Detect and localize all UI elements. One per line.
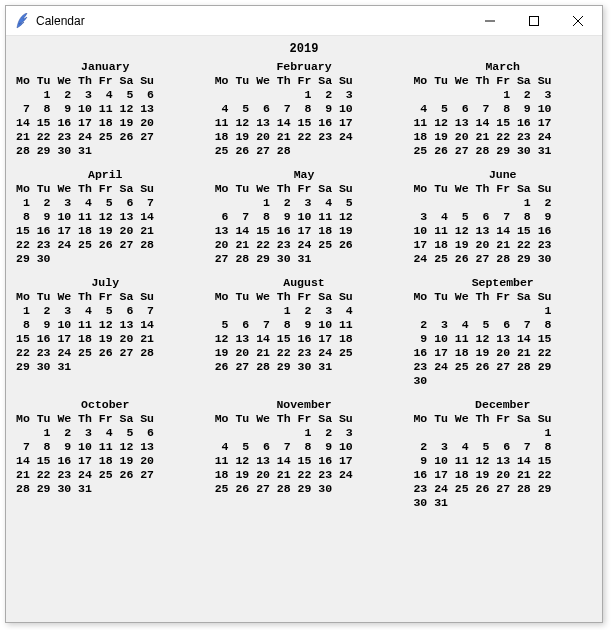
week-row: 14 15 16 17 18 19 20 xyxy=(16,454,195,468)
week-row: 16 17 18 19 20 21 22 xyxy=(413,468,592,482)
week-row: 15 16 17 18 19 20 21 xyxy=(16,224,195,238)
week-row: 9 10 11 12 13 14 15 xyxy=(413,454,592,468)
week-row: 22 23 24 25 26 27 28 xyxy=(16,238,195,252)
month-october: OctoberMo Tu We Th Fr Sa Su 1 2 3 4 5 6 … xyxy=(16,398,195,510)
week-row: 7 8 9 10 11 12 13 xyxy=(16,102,195,116)
week-row: 17 18 19 20 21 22 23 xyxy=(413,238,592,252)
month-december: DecemberMo Tu We Th Fr Sa Su 1 2 3 4 5 6… xyxy=(413,398,592,510)
month-january: JanuaryMo Tu We Th Fr Sa Su 1 2 3 4 5 6 … xyxy=(16,60,195,158)
week-row: 14 15 16 17 18 19 20 xyxy=(16,116,195,130)
month-april: AprilMo Tu We Th Fr Sa Su 1 2 3 4 5 6 7 … xyxy=(16,168,195,266)
month-name: March xyxy=(413,60,592,74)
day-header: Mo Tu We Th Fr Sa Su xyxy=(215,74,394,88)
close-button[interactable] xyxy=(556,7,600,35)
month-march: MarchMo Tu We Th Fr Sa Su 1 2 3 4 5 6 7 … xyxy=(413,60,592,158)
day-header: Mo Tu We Th Fr Sa Su xyxy=(413,412,592,426)
month-name: May xyxy=(215,168,394,182)
week-row: 21 22 23 24 25 26 27 xyxy=(16,130,195,144)
week-row: 21 22 23 24 25 26 27 xyxy=(16,468,195,482)
week-row: 12 13 14 15 16 17 18 xyxy=(215,332,394,346)
week-row: 25 26 27 28 29 30 xyxy=(215,482,394,496)
week-row: 22 23 24 25 26 27 28 xyxy=(16,346,195,360)
week-row: 18 19 20 21 22 23 24 xyxy=(215,130,394,144)
week-row: 29 30 31 xyxy=(16,360,195,374)
month-september: SeptemberMo Tu We Th Fr Sa Su 1 2 3 4 5 … xyxy=(413,276,592,388)
month-name: December xyxy=(413,398,592,412)
day-header: Mo Tu We Th Fr Sa Su xyxy=(413,182,592,196)
maximize-button[interactable] xyxy=(512,7,556,35)
month-name: February xyxy=(215,60,394,74)
month-november: NovemberMo Tu We Th Fr Sa Su 1 2 3 4 5 6… xyxy=(215,398,394,510)
month-june: JuneMo Tu We Th Fr Sa Su 1 2 3 4 5 6 7 8… xyxy=(413,168,592,266)
week-row: 1 2 3 4 5 6 7 xyxy=(16,304,195,318)
month-february: FebruaryMo Tu We Th Fr Sa Su 1 2 3 4 5 6… xyxy=(215,60,394,158)
month-name: October xyxy=(16,398,195,412)
calendar-grid: JanuaryMo Tu We Th Fr Sa Su 1 2 3 4 5 6 … xyxy=(16,60,592,510)
week-row: 25 26 27 28 xyxy=(215,144,394,158)
day-header: Mo Tu We Th Fr Sa Su xyxy=(215,182,394,196)
day-header: Mo Tu We Th Fr Sa Su xyxy=(16,74,195,88)
week-row: 20 21 22 23 24 25 26 xyxy=(215,238,394,252)
titlebar-buttons xyxy=(468,7,600,35)
month-may: MayMo Tu We Th Fr Sa Su 1 2 3 4 5 6 7 8 … xyxy=(215,168,394,266)
week-row: 1 2 3 4 5 6 7 xyxy=(16,196,195,210)
day-header: Mo Tu We Th Fr Sa Su xyxy=(413,74,592,88)
week-row: 8 9 10 11 12 13 14 xyxy=(16,210,195,224)
week-row: 7 8 9 10 11 12 13 xyxy=(16,440,195,454)
week-row: 29 30 xyxy=(16,252,195,266)
week-row: 1 2 xyxy=(413,196,592,210)
week-row: 5 6 7 8 9 10 11 xyxy=(215,318,394,332)
week-row: 4 5 6 7 8 9 10 xyxy=(413,102,592,116)
week-row: 1 2 3 4 5 xyxy=(215,196,394,210)
months-row: JanuaryMo Tu We Th Fr Sa Su 1 2 3 4 5 6 … xyxy=(16,60,592,158)
svg-rect-1 xyxy=(530,16,539,25)
week-row: 1 2 3 4 5 6 xyxy=(16,426,195,440)
week-row: 1 2 3 4 xyxy=(215,304,394,318)
week-row: 6 7 8 9 10 11 12 xyxy=(215,210,394,224)
month-name: November xyxy=(215,398,394,412)
week-row: 1 xyxy=(413,426,592,440)
week-row: 4 5 6 7 8 9 10 xyxy=(215,102,394,116)
week-row: 11 12 13 14 15 16 17 xyxy=(215,454,394,468)
day-header: Mo Tu We Th Fr Sa Su xyxy=(215,412,394,426)
month-name: January xyxy=(16,60,195,74)
week-row: 23 24 25 26 27 28 29 xyxy=(413,482,592,496)
months-row: AprilMo Tu We Th Fr Sa Su 1 2 3 4 5 6 7 … xyxy=(16,168,592,266)
week-row: 1 2 3 xyxy=(413,88,592,102)
week-row: 15 16 17 18 19 20 21 xyxy=(16,332,195,346)
week-row: 1 2 3 xyxy=(215,88,394,102)
week-row: 24 25 26 27 28 29 30 xyxy=(413,252,592,266)
week-row: 1 2 3 4 5 6 xyxy=(16,88,195,102)
month-name: July xyxy=(16,276,195,290)
week-row: 28 29 30 31 xyxy=(16,144,195,158)
window-title: Calendar xyxy=(36,14,468,28)
week-row: 2 3 4 5 6 7 8 xyxy=(413,440,592,454)
months-row: JulyMo Tu We Th Fr Sa Su 1 2 3 4 5 6 7 8… xyxy=(16,276,592,388)
week-row: 13 14 15 16 17 18 19 xyxy=(215,224,394,238)
feather-icon xyxy=(14,13,30,29)
week-row: 8 9 10 11 12 13 14 xyxy=(16,318,195,332)
week-row: 25 26 27 28 29 30 31 xyxy=(413,144,592,158)
week-row: 30 xyxy=(413,374,592,388)
year-label: 2019 xyxy=(16,42,592,56)
calendar-content: 2019 JanuaryMo Tu We Th Fr Sa Su 1 2 3 4… xyxy=(6,36,602,622)
week-row: 11 12 13 14 15 16 17 xyxy=(413,116,592,130)
week-row: 23 24 25 26 27 28 29 xyxy=(413,360,592,374)
week-row: 30 31 xyxy=(413,496,592,510)
week-row: 1 2 3 xyxy=(215,426,394,440)
window: Calendar 2019 JanuaryMo Tu We Th Fr Sa S… xyxy=(5,5,603,623)
week-row: 16 17 18 19 20 21 22 xyxy=(413,346,592,360)
day-header: Mo Tu We Th Fr Sa Su xyxy=(215,290,394,304)
day-header: Mo Tu We Th Fr Sa Su xyxy=(413,290,592,304)
week-row: 26 27 28 29 30 31 xyxy=(215,360,394,374)
week-row: 18 19 20 21 22 23 24 xyxy=(413,130,592,144)
week-row: 4 5 6 7 8 9 10 xyxy=(215,440,394,454)
minimize-button[interactable] xyxy=(468,7,512,35)
week-row: 18 19 20 21 22 23 24 xyxy=(215,468,394,482)
day-header: Mo Tu We Th Fr Sa Su xyxy=(16,412,195,426)
day-header: Mo Tu We Th Fr Sa Su xyxy=(16,290,195,304)
week-row: 9 10 11 12 13 14 15 xyxy=(413,332,592,346)
week-row: 27 28 29 30 31 xyxy=(215,252,394,266)
titlebar: Calendar xyxy=(6,6,602,36)
day-header: Mo Tu We Th Fr Sa Su xyxy=(16,182,195,196)
